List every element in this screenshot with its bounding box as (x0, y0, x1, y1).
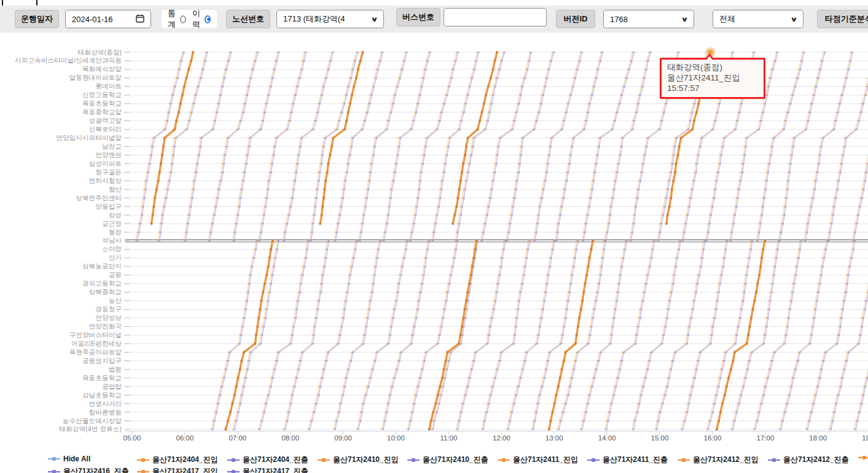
legend-item-clipped[interactable] (858, 455, 868, 461)
y-axis-label: 신정고등학교 (82, 91, 122, 98)
legend-marker-icon (227, 457, 240, 463)
legend-marker-icon (678, 457, 690, 463)
y-axis-label: 옥동초등학교 (82, 100, 122, 107)
y-axis-label: 옥동중학교앞 (82, 108, 122, 115)
y-axis-label: 성광여고앞 (89, 117, 122, 124)
x-axis: 05:0006:0007:0008:0009:0010:0011:0012:00… (123, 431, 868, 442)
legend-marker-icon (587, 457, 600, 463)
y-axis-label: 청구골든 (95, 168, 122, 176)
y-axis-label: 경동청구 (95, 305, 122, 313)
legend-marker-icon (318, 457, 330, 463)
legend-item-label: 울산71자2404_진출 (243, 455, 308, 465)
legend-item[interactable]: 울산71자2416_진출 (48, 466, 129, 473)
legend-item[interactable]: 울산71자2412_진입 (678, 455, 759, 465)
x-axis-label: 08:00 (281, 434, 299, 442)
legend-marker-icon (227, 469, 240, 473)
y-axis-label: 상북면주민센터 (76, 194, 122, 201)
legend-item-label: Hide All (63, 455, 90, 463)
legend-marker-icon (768, 457, 780, 463)
y-axis-label: 신복로터리 (89, 125, 122, 133)
tooltip-series-name: 울산71자2411_진입 (667, 72, 758, 83)
y-axis-label: 삼성아파트 (89, 160, 122, 167)
legend-item[interactable]: 울산71자2404_진입 (137, 455, 218, 465)
x-axis-label: 10:00 (387, 434, 405, 442)
y-axis-label: 태화강역(4번 정류소) (59, 425, 122, 432)
legend-item[interactable]: 울산71자2412_진출 (768, 455, 849, 465)
y-axis-label: 향산 (109, 186, 122, 193)
legend-marker-icon (407, 457, 420, 463)
legend-marker-icon (48, 456, 60, 462)
y-axis-label: 번영사거리 (89, 400, 122, 407)
legend-marker-icon (137, 469, 149, 473)
x-axis-label: 19:00 (862, 434, 868, 442)
y-axis-label: 궁근정 (102, 220, 122, 227)
y-axis-label: 장성 (109, 211, 122, 219)
y-axis-label: 양등입구 (95, 203, 122, 210)
y-axis-label: 궁평 (109, 271, 122, 278)
legend-item-label: 울산71자2417_진출 (243, 466, 308, 473)
y-axis-label: 공원묘지입구 (82, 357, 122, 364)
legend-item[interactable]: 울산71자2411_진출 (587, 455, 668, 465)
y-axis-label: 석남사 (102, 237, 122, 244)
legend-item[interactable]: 울산71자2417_진출 (227, 466, 308, 473)
legend-marker-icon (858, 455, 868, 461)
legend-item-label: 울산71자2412_진입 (693, 455, 759, 465)
tooltip-stop-name: 태화강역(종점) (667, 62, 758, 72)
legend-marker-icon (498, 457, 510, 463)
legend-item[interactable]: 울산71자2404_진출 (227, 455, 308, 465)
y-axis-label: 달동현대아파트앞 (69, 74, 122, 81)
y-axis-label: 강남초등학교 (82, 391, 122, 399)
x-axis-label: 17:00 (756, 434, 774, 442)
y-axis-label: 언양임시시외터미널앞 (56, 134, 122, 141)
legend-item[interactable]: Hide All (48, 455, 90, 463)
x-axis-label: 06:00 (176, 434, 194, 442)
x-axis-label: 13:00 (545, 434, 563, 442)
legend-item[interactable]: 울산71자2417_진입 (137, 466, 218, 473)
x-axis-label: 05:00 (123, 434, 141, 442)
y-axis-label: 면허시험장 (89, 177, 122, 184)
x-axis-label: 07:00 (229, 434, 246, 442)
legend-item-label: 울산71자2410_진입 (333, 455, 399, 465)
y-axis-label: 시외고속버스터미널/신세계안과의원 (15, 57, 122, 64)
y-axis-label: 어음리E편한세상 (71, 340, 122, 347)
y-axis-label: 농수산물도매시장앞 (63, 417, 122, 424)
y-axis-label: 옥현주공아파트앞 (69, 348, 122, 356)
y-axis-label: 목화예식장앞 (82, 65, 122, 72)
legend-item[interactable]: 울산71자2411_진입 (498, 455, 578, 465)
legend-item-label: 울산71자2410_진출 (423, 455, 488, 465)
x-axis-label: 09:00 (334, 434, 352, 442)
y-axis-label: 태화강역(종점) (78, 49, 122, 56)
x-axis-label: 15:00 (651, 434, 669, 442)
y-axis-label: 공업탑 (102, 383, 122, 390)
y-axis-label: 경의고등학교 (82, 280, 122, 287)
y-axis-label: 상북농공단지 (82, 262, 122, 270)
y-axis-label: 남천교 (102, 143, 122, 150)
legend-item[interactable]: 울산71자2410_진출 (407, 455, 488, 465)
y-axis-label: 법원 (109, 366, 122, 373)
legend-item-label: 울산71자2417_진입 (152, 466, 218, 473)
legend-item[interactable]: 울산71자2410_진입 (318, 455, 399, 465)
y-axis-label: 옥동초등학교 (82, 374, 122, 381)
y-axis-label: 언양맨션 (95, 151, 122, 158)
y-axis-label: 참바른병원 (89, 408, 122, 416)
x-axis-label: 18:00 (809, 434, 827, 442)
legend-item-label: 울산71자2416_진출 (63, 466, 129, 473)
y-axis-label: 소야정 (102, 245, 122, 252)
y-axis-label: 구언양버스터미널 (69, 331, 122, 338)
legend-marker-icon (137, 457, 149, 463)
x-axis-label: 14:00 (598, 434, 616, 442)
tooltip-time: 15:57:57 (667, 83, 758, 93)
y-axis-label: 상북중학교 (89, 288, 122, 295)
y-axis-stop-labels: 태화강역(종점)시외고속버스터미널/신세계안과의원목화예식장앞달동현대아파트앞롯… (15, 49, 122, 433)
x-axis-label: 11:00 (440, 434, 457, 442)
legend-item-label: 울산71자2411_진출 (603, 455, 668, 465)
y-axis-label: 능산 (109, 297, 122, 304)
legend-item-label: 울산71자2404_진입 (152, 455, 218, 465)
y-axis-label: 롯데마트 (95, 82, 122, 90)
legend-item-label: 울산71자2411_진입 (513, 455, 578, 465)
y-axis-label: 신기 (109, 254, 122, 261)
y-axis-label: 행정 (109, 229, 122, 236)
page: 운행일자 2024-01-16 통계 이력 노선번호 1713 (태화강역(4 … (0, 0, 868, 473)
legend-marker-icon (48, 469, 60, 473)
chart-tooltip: 태화강역(종점) 울산71자2411_진입 15:57:57 (660, 58, 765, 99)
